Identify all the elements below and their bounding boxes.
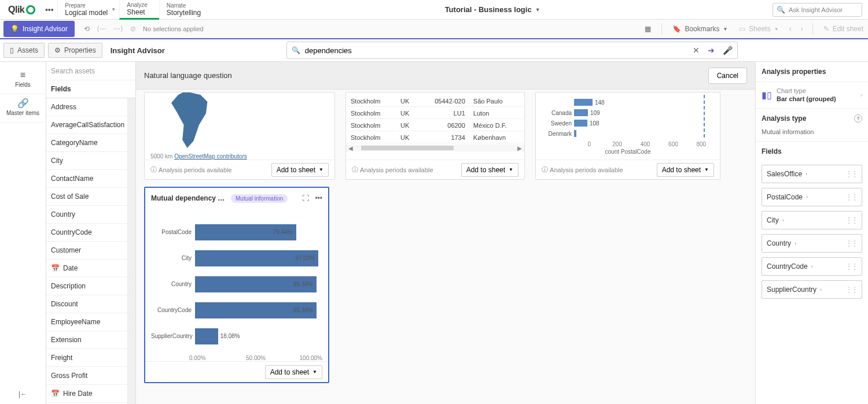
nav-tab-narrate[interactable]: Narrate Storytelling xyxy=(159,0,212,20)
grid-icon[interactable]: ▦ xyxy=(640,25,656,33)
bookmarks-button[interactable]: 🔖 Bookmarks ▼ xyxy=(668,25,732,33)
scroll-thumb[interactable] xyxy=(361,146,454,150)
axis-tick: 50.00% xyxy=(234,355,278,361)
chevron-down-icon[interactable]: ▼ xyxy=(535,7,540,13)
table-row: StockholmUK05442-020São Paulo xyxy=(347,96,523,107)
info-icon: ⓘ xyxy=(150,165,157,174)
smart-select-icon[interactable]: ⟲ xyxy=(84,25,90,33)
field-discount[interactable]: Discount xyxy=(46,295,127,313)
no-selections-text: No selections applied xyxy=(143,25,204,32)
field-hiredate[interactable]: 📅Hire Date xyxy=(46,385,127,403)
nav-tab-top: Analyze xyxy=(127,2,148,8)
nav-tab-bottom: Storytelling xyxy=(167,9,201,17)
more-menu-button[interactable]: ••• xyxy=(41,2,57,18)
rail-fields[interactable]: ≡ Fields xyxy=(0,66,46,94)
field-country[interactable]: Country xyxy=(46,206,127,224)
insight-advisor-title: Insight Advisor xyxy=(111,46,165,55)
props-field-salesoffice[interactable]: SalesOffice›⋮⋮ xyxy=(762,165,862,183)
field-avgcallsat[interactable]: AverageCallSatisfaction xyxy=(46,116,127,134)
card-map[interactable]: 5000 km OpenStreetMap contributors ⓘ Ana… xyxy=(144,92,335,180)
nav-tab-prepare[interactable]: Prepare Logical model ▼ xyxy=(57,0,119,20)
chart-bar-row: Country95.34% xyxy=(151,271,322,297)
next-sheet-button[interactable]: › xyxy=(797,25,807,33)
step-fwd-icon[interactable]: ⋯⟩ xyxy=(113,25,123,33)
more-icon[interactable]: ••• xyxy=(315,194,322,202)
add-to-sheet-button[interactable]: Add to sheet▼ xyxy=(265,365,322,379)
chevron-down-icon: ▼ xyxy=(509,167,513,172)
help-icon[interactable]: ? xyxy=(854,114,862,123)
field-contactname[interactable]: ContactName xyxy=(46,170,127,188)
add-to-sheet-button[interactable]: Add to sheet▼ xyxy=(271,163,329,177)
clear-icon[interactable]: ✕ xyxy=(693,46,700,55)
field-categoryname[interactable]: CategoryName xyxy=(46,134,127,152)
logo[interactable]: Qlik xyxy=(0,5,41,15)
data-table: StockholmUK05442-020São Paulo StockholmU… xyxy=(346,95,524,144)
search-box[interactable]: 🔍 ✕ ➜ 🎤 xyxy=(286,42,738,59)
chart-type-button[interactable]: ▮▯ Chart type Bar chart (grouped) › xyxy=(756,82,868,109)
scroll-left-icon[interactable]: ◀ xyxy=(346,145,355,151)
collapse-rail-button[interactable]: |← xyxy=(13,384,33,404)
barchart-icon: ▮▯ xyxy=(762,90,772,101)
properties-button[interactable]: ⚙ Properties xyxy=(48,43,102,58)
props-field-suppliercountry[interactable]: SupplierCountry›⋮⋮ xyxy=(762,280,862,299)
ask-insight-input[interactable]: 🔍 Ask Insight Advisor xyxy=(773,3,862,17)
card-table[interactable]: StockholmUK05442-020São Paulo StockholmU… xyxy=(345,92,525,180)
sheets-label: Sheets xyxy=(749,25,770,33)
field-customer[interactable]: Customer xyxy=(46,242,127,260)
field-freight[interactable]: Freight xyxy=(46,349,127,367)
sheets-icon: ▭ xyxy=(739,25,745,33)
link-icon: 🔗 xyxy=(0,98,46,109)
search-assets-input[interactable]: Search assets xyxy=(46,62,135,80)
assets-label: Assets xyxy=(17,46,38,54)
cancel-button[interactable]: Cancel xyxy=(708,68,747,84)
field-date[interactable]: 📅Date xyxy=(46,260,127,277)
logo-dot-icon xyxy=(26,5,35,14)
mic-icon[interactable]: 🎤 xyxy=(723,46,733,55)
info-icon: ⓘ xyxy=(542,165,548,174)
step-back-icon[interactable]: ⟨⋯ xyxy=(97,25,106,33)
insight-advisor-button[interactable]: 💡 Insight Advisor xyxy=(3,21,75,37)
field-list[interactable]: Address AverageCallSatisfaction Category… xyxy=(46,98,127,404)
field-grossprofit[interactable]: Gross Profit xyxy=(46,367,127,385)
field-description[interactable]: Description xyxy=(46,277,127,295)
prev-sheet-button[interactable]: ‹ xyxy=(786,25,795,33)
search-assets-placeholder: Search assets xyxy=(51,67,95,75)
table-h-scrollbar[interactable]: ◀ ▶ xyxy=(346,144,524,151)
scroll-right-icon[interactable]: ▶ xyxy=(515,145,524,151)
props-field-country[interactable]: Country›⋮⋮ xyxy=(762,234,862,253)
sheets-button[interactable]: ▭ Sheets ▼ xyxy=(734,25,783,33)
nav-tab-analyze[interactable]: Analyze Sheet xyxy=(119,0,159,20)
card-mutual-dependency[interactable]: Mutual dependency bet… Mutual informatio… xyxy=(144,187,329,383)
bulb-icon: 💡 xyxy=(10,25,19,33)
field-address[interactable]: Address xyxy=(46,98,127,116)
field-extension[interactable]: Extension xyxy=(46,331,127,349)
field-employeename[interactable]: EmployeeName xyxy=(46,313,127,331)
analysis-tag: Mutual information xyxy=(231,194,288,203)
expand-icon[interactable]: ⛶ xyxy=(302,194,309,202)
chevron-down-icon[interactable]: ▼ xyxy=(111,7,116,12)
fields-scrollbar[interactable] xyxy=(127,98,135,404)
field-costofsale[interactable]: Cost of Sale xyxy=(46,188,127,206)
card-minibar[interactable]: 148 Canada109 Sweden108 Denmark 0 200 40… xyxy=(535,92,720,180)
add-to-sheet-button[interactable]: Add to sheet▼ xyxy=(461,163,518,177)
clear-sel-icon[interactable]: ⊘ xyxy=(130,25,136,33)
submit-arrow-icon[interactable]: ➜ xyxy=(708,46,715,55)
props-header: Analysis properties xyxy=(756,62,868,82)
edit-sheet-button[interactable]: ✎ Edit sheet xyxy=(819,25,868,33)
props-field-postalcode[interactable]: PostalCode›⋮⋮ xyxy=(762,188,862,206)
add-to-sheet-button[interactable]: Add to sheet▼ xyxy=(657,163,714,177)
database-icon: ≡ xyxy=(0,70,46,80)
reference-line xyxy=(704,95,705,138)
app-title: Tutorial - Business logic xyxy=(445,5,532,14)
rail-master-items[interactable]: 🔗 Master items xyxy=(0,94,46,123)
assets-button[interactable]: ▯ Assets xyxy=(3,43,45,58)
map-attribution: 5000 km OpenStreetMap contributors xyxy=(150,153,247,160)
field-countrycode[interactable]: CountryCode xyxy=(46,224,127,242)
field-city[interactable]: City xyxy=(46,152,127,170)
search-input[interactable] xyxy=(305,46,688,55)
card-title: Mutual dependency bet… xyxy=(151,194,227,202)
props-field-city[interactable]: City›⋮⋮ xyxy=(762,211,862,229)
periods-text: Analysis periods available xyxy=(550,166,623,173)
chevron-right-icon: › xyxy=(860,92,862,98)
props-field-countrycode[interactable]: CountryCode›⋮⋮ xyxy=(762,257,862,276)
